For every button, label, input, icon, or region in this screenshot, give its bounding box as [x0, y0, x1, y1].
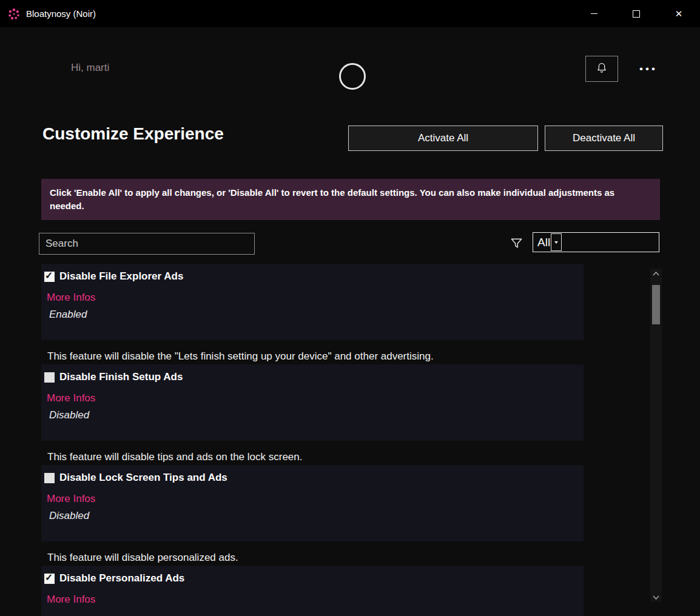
- main-content: Hi, marti ••• Customize Experience Activ…: [0, 27, 700, 616]
- feature-card: Disable Lock Screen Tips and Ads More In…: [41, 465, 584, 541]
- minimize-button[interactable]: [573, 0, 615, 27]
- feature-list: Disable File Explorer Ads More Infos Ena…: [41, 264, 584, 616]
- info-banner: Click 'Enable All' to apply all changes,…: [41, 179, 660, 220]
- feature-checkbox-row: Disable File Explorer Ads: [44, 270, 584, 283]
- notification-button[interactable]: [585, 56, 618, 82]
- more-infos-link[interactable]: More Infos: [47, 593, 95, 606]
- feature-item: Disable File Explorer Ads More Infos Ena…: [41, 264, 584, 340]
- feature-checkbox-row: Disable Finish Setup Ads: [44, 370, 584, 384]
- scroll-down-button[interactable]: [650, 592, 662, 602]
- page-title: Customize Experience: [42, 124, 224, 144]
- scrollbar-track[interactable]: [650, 278, 662, 592]
- feature-title: Disable File Explorer Ads: [59, 270, 183, 283]
- scroll-up-button[interactable]: [650, 269, 662, 278]
- more-infos-link[interactable]: More Infos: [47, 492, 95, 506]
- feature-status: Disabled: [49, 509, 584, 523]
- feature-checkbox[interactable]: [44, 372, 55, 383]
- feature-checkbox[interactable]: [44, 473, 55, 483]
- feature-card: Disable Personalized Ads More Infos: [41, 566, 584, 616]
- feature-item: This feature will disable the "Lets fini…: [41, 350, 584, 441]
- more-menu-button[interactable]: •••: [631, 59, 666, 79]
- filter-selected-value: All: [537, 236, 550, 249]
- close-icon: ✕: [675, 9, 683, 18]
- feature-description: This feature will disable the "Lets fini…: [47, 350, 584, 363]
- progress-ring: [339, 63, 366, 90]
- search-input[interactable]: [39, 233, 255, 255]
- more-infos-link[interactable]: More Infos: [47, 291, 95, 304]
- maximize-button[interactable]: [615, 0, 658, 27]
- dropdown-arrow-button[interactable]: [551, 233, 562, 251]
- activate-all-button[interactable]: Activate All: [348, 126, 538, 151]
- scrollbar-thumb[interactable]: [652, 285, 660, 324]
- titlebar: Bloatynosy (Noir) ✕: [0, 0, 700, 27]
- scrollbar[interactable]: [650, 269, 662, 602]
- window-title: Bloatynosy (Noir): [26, 8, 96, 19]
- feature-description: This feature will disable tips and ads o…: [47, 450, 584, 464]
- feature-checkbox-row: Disable Personalized Ads: [44, 572, 584, 585]
- filter-dropdown[interactable]: All: [533, 232, 659, 252]
- feature-checkbox[interactable]: [44, 574, 55, 584]
- greeting-text: Hi, marti: [71, 62, 109, 74]
- feature-status: Disabled: [49, 409, 584, 422]
- maximize-icon: [633, 10, 640, 18]
- minimize-icon: [591, 13, 597, 14]
- feature-title: Disable Lock Screen Tips and Ads: [59, 471, 227, 484]
- filter-funnel-icon[interactable]: [508, 235, 524, 251]
- chevron-up-icon: [653, 272, 659, 276]
- feature-title: Disable Personalized Ads: [59, 572, 184, 585]
- app-logo-icon: [7, 7, 21, 21]
- chevron-down-icon: [554, 241, 558, 244]
- feature-status: Enabled: [49, 308, 584, 321]
- feature-card: Disable Finish Setup Ads More Infos Disa…: [41, 364, 584, 441]
- feature-title: Disable Finish Setup Ads: [59, 370, 183, 384]
- feature-item: This feature will disable tips and ads o…: [41, 450, 584, 541]
- feature-description: This feature will disable personalized a…: [47, 551, 584, 564]
- feature-card: Disable File Explorer Ads More Infos Ena…: [41, 264, 584, 340]
- window-controls: ✕: [573, 0, 700, 27]
- feature-checkbox-row: Disable Lock Screen Tips and Ads: [44, 471, 584, 484]
- feature-checkbox[interactable]: [44, 272, 55, 282]
- feature-item: This feature will disable personalized a…: [41, 551, 584, 616]
- bell-icon: [596, 62, 608, 76]
- chevron-down-icon: [653, 595, 659, 600]
- deactivate-all-button[interactable]: Deactivate All: [545, 126, 663, 151]
- more-infos-link[interactable]: More Infos: [47, 392, 95, 405]
- close-button[interactable]: ✕: [658, 0, 700, 27]
